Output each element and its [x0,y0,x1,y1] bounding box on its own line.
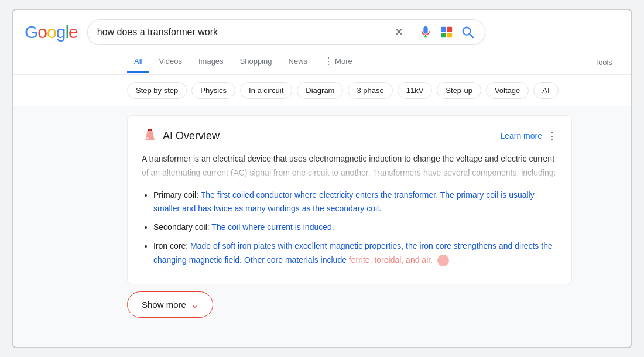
search-button[interactable] [460,25,475,40]
tab-shopping[interactable]: Shopping [233,51,279,73]
svg-rect-2 [441,27,446,32]
logo-letter-o2: o [47,22,56,42]
logo-letter-g: G [25,22,37,42]
header: Google ✕ [13,10,631,45]
chevron-down-icon: ⌄ [191,299,198,310]
lens-icon [440,26,453,39]
suggestion-chips: Step by step Physics In a circuit Diagra… [13,75,631,106]
main-window: Google ✕ [12,9,632,348]
tools-button[interactable]: Tools [588,52,619,73]
nav-tabs: All Videos Images Shopping News ⋮ More T… [13,45,631,75]
search-bar: ✕ [87,19,485,45]
svg-rect-9 [148,129,152,131]
chip-11kv[interactable]: 11kV [398,82,433,99]
chip-step-by-step[interactable]: Step by step [127,82,187,99]
ai-more-options-icon[interactable]: ⋮ [547,129,557,142]
bullet-desc-3b: ferrite, toroidal, and air. [349,255,433,265]
lens-search-button[interactable] [439,25,454,40]
show-more-button[interactable]: Show more ⌄ [127,291,213,318]
clear-icon: ✕ [394,27,405,37]
list-item: Secondary coil: The coil where current i… [153,221,557,235]
bullet-term-2: Secondary coil: [153,222,210,232]
tab-more[interactable]: ⋮ More [317,50,359,74]
svg-marker-8 [145,130,155,140]
tab-images[interactable]: Images [191,51,231,73]
ai-intro-text: A transformer is an electrical device th… [142,152,557,180]
clear-button[interactable]: ✕ [393,26,406,39]
chip-3-phase[interactable]: 3 phase [348,82,392,99]
bullet-desc-1: The first coiled conductor where electri… [153,190,535,214]
bullet-term-1: Primary coil: [153,190,198,200]
svg-rect-3 [447,27,452,32]
ai-overview-title: AI Overview [163,130,220,142]
logo-letter-o1: o [37,22,47,42]
flask-icon [142,128,158,144]
chip-diagram[interactable]: Diagram [297,82,343,99]
logo-letter-g2: g [56,22,66,42]
list-item: Primary coil: The first coiled conductor… [153,188,557,217]
ai-overview-card: AI Overview Learn more ⋮ A transformer i… [127,115,572,284]
learn-more-link[interactable]: Learn more [500,131,542,140]
chip-physics[interactable]: Physics [191,82,235,99]
chip-voltage[interactable]: Voltage [486,82,529,99]
main-content: AI Overview Learn more ⋮ A transformer i… [13,106,631,347]
chip-ai[interactable]: AI [533,82,558,99]
bullet-desc-2: The coil where current is induced. [211,222,334,232]
voice-search-button[interactable] [418,25,433,40]
icon-divider [412,26,412,39]
microphone-icon [419,26,432,39]
bullet-term-3: Iron core: [153,241,188,250]
google-logo[interactable]: Google [25,22,78,42]
svg-rect-4 [441,33,446,37]
more-dots-icon: ⋮ [324,56,333,67]
tab-news[interactable]: News [282,51,315,73]
svg-line-7 [470,34,473,37]
logo-letter-e: e [68,22,78,42]
list-item: Iron core: Made of soft iron plates with… [153,239,557,267]
show-more-label: Show more [142,300,186,310]
tab-videos[interactable]: Videos [152,51,189,73]
ai-overview-actions: Learn more ⋮ [500,129,557,142]
search-icon-group: ✕ [393,25,475,40]
svg-point-10 [146,137,149,139]
tab-all[interactable]: All [127,51,149,73]
svg-rect-5 [447,33,452,37]
ai-overview-title-row: AI Overview [142,128,220,144]
fade-circle-icon [437,255,449,266]
chip-in-a-circuit[interactable]: In a circuit [240,82,292,99]
ai-overview-header: AI Overview Learn more ⋮ [142,128,557,144]
search-icon [461,26,474,39]
ai-bullet-list: Primary coil: The first coiled conductor… [142,188,557,267]
ai-overview-body: A transformer is an electrical device th… [142,152,557,180]
search-input[interactable] [97,27,387,37]
chip-step-up[interactable]: Step-up [437,82,481,99]
